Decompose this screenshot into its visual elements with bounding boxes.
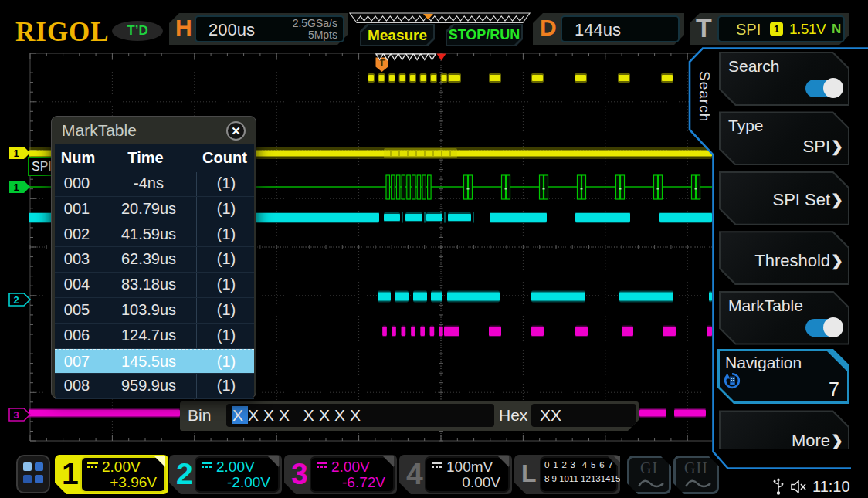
svg-text:2: 2 — [13, 294, 19, 306]
svg-text:1: 1 — [13, 147, 19, 159]
svg-text:1: 1 — [13, 181, 19, 193]
svg-text:SPI: SPI — [32, 160, 52, 173]
svg-text:3: 3 — [13, 409, 19, 421]
